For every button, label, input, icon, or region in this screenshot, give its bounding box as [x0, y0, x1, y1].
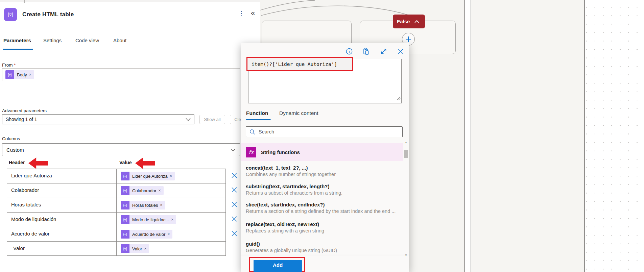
value-column-title: Value [119, 160, 132, 165]
popup-divider [241, 56, 409, 56]
function-search-input[interactable]: Search [246, 126, 403, 137]
show-all-button[interactable]: Show all [199, 115, 225, 124]
chevron-down-icon [231, 148, 236, 151]
columns-table: Lider que Autoriza {▿} Lider que Autoriz… [7, 169, 226, 256]
scrollbar-thumb[interactable] [404, 150, 408, 158]
remove-token-icon[interactable]: × [159, 188, 161, 193]
dynamic-content-icon: {▿} [121, 215, 129, 224]
function-item-concat[interactable]: concat(text_1, text_2?, ...) Combines an… [246, 165, 395, 177]
value-token[interactable]: {▿} Lider que Autoriza × [121, 172, 175, 180]
plus-icon [405, 36, 411, 42]
false-branch-label: False [397, 19, 410, 24]
action-configuration-panel: {▿} Create HTML table ⋮ « Parameters Set… [0, 0, 260, 272]
function-item-substring[interactable]: substring(text, startIndex, length?) Ret… [246, 183, 395, 196]
string-functions-category[interactable]: fx String functions [241, 143, 403, 161]
more-options-icon[interactable]: ⋮ [238, 9, 245, 17]
tab-code-view[interactable]: Code view [75, 38, 99, 43]
dynamic-content-icon: {▿} [5, 70, 14, 79]
remove-token-icon[interactable]: × [29, 72, 31, 77]
expand-icon[interactable] [380, 48, 387, 55]
tab-settings[interactable]: Settings [43, 38, 62, 43]
popup-divider [241, 122, 409, 122]
tab-function[interactable]: Function [246, 110, 268, 116]
header-cell[interactable]: Lider que Autoriza [11, 173, 52, 178]
annotation-box-expression: item()?['Lider que Autoriza'] [246, 57, 353, 71]
expression-text[interactable]: item()?['Lider que Autoriza'] [247, 61, 337, 67]
canvas-edge-line [464, 0, 465, 272]
scrollbar[interactable]: ▲ ▼ [404, 141, 408, 258]
advanced-parameters-dropdown[interactable]: Showing 1 of 1 [2, 114, 194, 124]
top-strip [0, 0, 260, 2]
annotation-arrow-header [28, 157, 48, 169]
header-cell[interactable]: Acuerdo de valor [11, 231, 49, 237]
action-title: Create HTML table [22, 11, 74, 18]
braces-glyph: {▿} [7, 11, 14, 18]
dynamic-content-icon: {▿} [121, 244, 129, 253]
table-row: Lider que Autoriza {▿} Lider que Autoriz… [7, 169, 225, 183]
resize-handle-icon[interactable] [396, 95, 401, 101]
side-rail-panel [471, 0, 584, 272]
value-token[interactable]: {▿} Horas totales × [121, 201, 165, 209]
dynamic-content-icon: {▿} [121, 230, 129, 239]
delete-row-icon[interactable] [231, 215, 238, 223]
required-asterisk: * [14, 63, 16, 68]
info-icon[interactable] [345, 48, 353, 55]
delete-row-icon[interactable] [231, 172, 238, 179]
header-cell[interactable]: Modo de liquidación [11, 216, 56, 222]
dynamic-content-icon: {▿} [121, 201, 129, 209]
value-token[interactable]: {▿} Colaborador × [121, 186, 164, 195]
remove-token-icon[interactable]: × [170, 174, 172, 178]
category-label: String functions [261, 149, 300, 155]
false-branch-badge[interactable]: False [393, 15, 425, 28]
body-token[interactable]: {▿} Body × [5, 70, 34, 79]
annotation-arrow-value [135, 157, 155, 169]
header-cell[interactable]: Horas totales [11, 202, 41, 207]
dotted-canvas-background[interactable] [585, 0, 644, 272]
remove-token-icon[interactable]: × [167, 232, 170, 237]
table-row: Colaborador {▿} Colaborador × [7, 183, 225, 198]
scroll-up-icon[interactable]: ▲ [404, 141, 408, 144]
value-token[interactable]: {▿} Modo de liquidac... × [121, 215, 176, 224]
advanced-dropdown-value: Showing 1 of 1 [6, 117, 37, 122]
table-row: Modo de liquidación {▿} Modo de liquidac… [7, 213, 225, 227]
tab-parameters[interactable]: Parameters [3, 38, 31, 43]
token-label: Body [17, 72, 27, 77]
paste-from-sample-icon[interactable] [362, 48, 370, 55]
fx-icon: fx [246, 147, 256, 157]
table-row: Acuerdo de valor {▿} Acuerdo de valor × [7, 227, 225, 242]
close-icon[interactable] [397, 48, 404, 55]
dynamic-content-icon: {▿} [121, 186, 129, 195]
dynamic-content-icon: {▿} [121, 172, 129, 180]
value-token[interactable]: {▿} Valor × [121, 244, 149, 253]
add-button[interactable]: Add [254, 260, 302, 272]
function-item-slice[interactable]: slice(text, startIndex, endIndex?) Retur… [246, 202, 395, 214]
remove-token-icon[interactable]: × [171, 217, 173, 222]
collapse-panel-icon[interactable]: « [251, 9, 255, 18]
from-input[interactable]: {▿} Body × [2, 68, 240, 81]
from-label: From * [2, 63, 16, 68]
top-tick [24, 0, 25, 3]
tab-about[interactable]: About [113, 38, 126, 43]
table-row: Valor {▿} Valor × [7, 242, 225, 256]
value-token[interactable]: {▿} Acuerdo de valor × [121, 230, 172, 239]
create-html-table-icon: {▿} [4, 8, 17, 21]
section-divider [0, 98, 241, 98]
remove-token-icon[interactable]: × [144, 246, 146, 251]
scroll-down-icon[interactable]: ▼ [404, 254, 408, 257]
tab-dynamic-content[interactable]: Dynamic content [279, 110, 318, 116]
chevron-down-icon [186, 118, 191, 121]
chevron-up-icon [414, 20, 419, 23]
popup-footer-divider [241, 256, 409, 256]
delete-row-icon[interactable] [231, 186, 238, 194]
remove-token-icon[interactable]: × [160, 203, 163, 207]
header-cell[interactable]: Colaborador [11, 187, 39, 193]
function-item-replace[interactable]: replace(text, oldText, newText) Replaces… [246, 221, 395, 233]
delete-row-icon[interactable] [231, 201, 238, 208]
header-column-title: Header [9, 160, 25, 165]
columns-mode-dropdown[interactable]: Custom [2, 143, 240, 156]
delete-row-icon[interactable] [231, 230, 238, 237]
function-item-guid[interactable]: guid() Generates a globally unique strin… [246, 241, 395, 253]
header-cell[interactable]: Valor [13, 245, 25, 251]
table-row: Horas totales {▿} Horas totales × [7, 198, 225, 213]
active-tab-underline [3, 49, 33, 50]
